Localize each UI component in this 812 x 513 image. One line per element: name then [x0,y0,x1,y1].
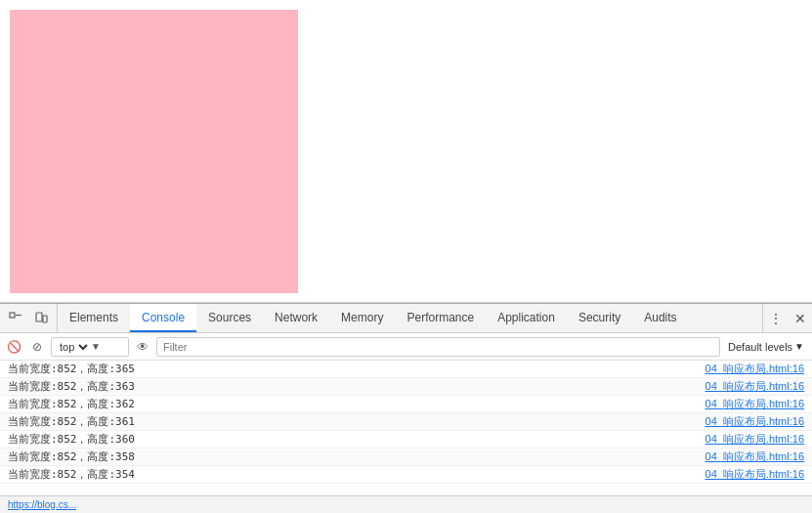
context-selector[interactable]: top [56,340,91,354]
svg-rect-2 [36,313,42,321]
close-devtools-button[interactable]: ✕ [789,304,812,332]
default-levels-button[interactable]: Default levels ▼ [724,337,808,357]
default-levels-arrow: ▼ [794,341,804,352]
more-tabs-button[interactable]: ⋮ [762,304,789,332]
log-row: 当前宽度:852，高度:362 04_响应布局.html:16 [0,396,812,413]
svg-rect-3 [43,316,47,322]
tab-elements[interactable]: Elements [58,304,130,332]
status-bar[interactable]: https://blog.cs... [0,495,812,513]
inspect-element-button[interactable] [4,307,27,330]
context-selector-wrapper: top ▼ [51,337,129,357]
log-row: 当前宽度:852，高度:358 04_响应布局.html:16 [0,449,812,466]
device-toolbar-button[interactable] [29,307,53,330]
console-filter-input[interactable] [156,337,720,357]
context-selector-arrow: ▼ [91,341,101,352]
log-row: 当前宽度:852，高度:354 04_响应布局.html:16 [0,466,812,484]
devtools-tabs-area: Elements Console Sources Network Memory … [58,304,762,332]
tab-performance[interactable]: Performance [395,304,486,332]
devtools-panel: Elements Console Sources Network Memory … [0,303,812,513]
log-row: 当前宽度:852，高度:365 04_响应布局.html:16 [0,361,812,378]
console-settings-button[interactable]: ⊘ [27,337,47,357]
tab-memory[interactable]: Memory [329,304,395,332]
devtools-left-icons [0,304,58,332]
pink-element [10,10,298,293]
log-row: 当前宽度:852，高度:361 04_响应布局.html:16 [0,413,812,431]
tab-console[interactable]: Console [130,304,196,332]
tab-sources[interactable]: Sources [196,304,263,332]
log-row: 当前宽度:852，高度:363 04_响应布局.html:16 [0,378,812,396]
console-log-area: 当前宽度:852，高度:365 04_响应布局.html:16 当前宽度:852… [0,361,812,495]
hide-network-button[interactable]: 👁 [133,337,152,357]
browser-viewport [0,0,812,303]
svg-rect-0 [10,313,15,318]
tab-application[interactable]: Application [486,304,567,332]
log-row: 当前宽度:852，高度:360 04_响应布局.html:16 [0,431,812,449]
devtools-tab-bar: Elements Console Sources Network Memory … [0,304,812,333]
tab-audits[interactable]: Audits [632,304,688,332]
tab-security[interactable]: Security [567,304,632,332]
tab-network[interactable]: Network [263,304,329,332]
clear-console-button[interactable]: 🚫 [4,337,23,357]
console-toolbar: 🚫 ⊘ top ▼ 👁 Default levels ▼ [0,333,812,361]
